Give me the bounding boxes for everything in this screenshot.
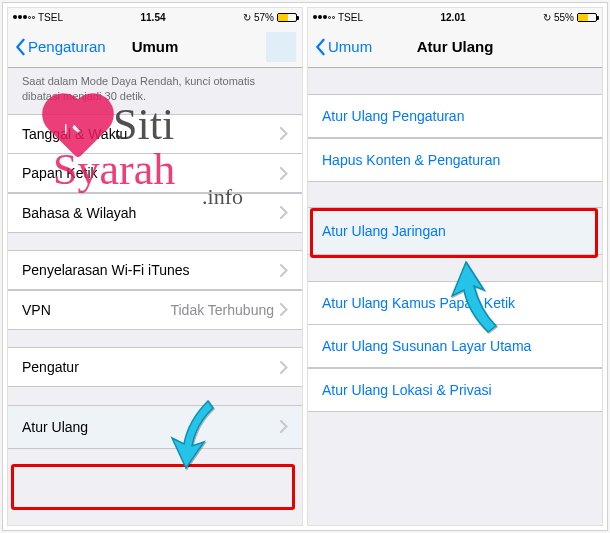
back-button[interactable]: Pengaturan (14, 38, 106, 56)
nav-placeholder (266, 32, 296, 62)
sync-icon: ↻ (543, 12, 551, 23)
highlight-box (11, 464, 295, 510)
row-language[interactable]: Bahasa & Wilayah (8, 193, 302, 233)
battery-icon (577, 13, 597, 22)
chevron-right-icon (280, 420, 288, 433)
chevron-right-icon (280, 206, 288, 219)
row-label: Pengatur (22, 359, 280, 375)
battery-icon (277, 13, 297, 22)
chevron-right-icon (280, 303, 288, 316)
chevron-left-icon (314, 38, 326, 56)
clock-label: 11.54 (140, 12, 165, 23)
clock-label: 12.01 (440, 12, 465, 23)
row-label: Atur Ulang Susunan Layar Utama (322, 338, 588, 354)
row-reset-location-privacy[interactable]: Atur Ulang Lokasi & Privasi (308, 368, 602, 412)
row-reset[interactable]: Atur Ulang (8, 405, 302, 449)
battery-pct-label: 55% (554, 12, 574, 23)
row-label: Atur Ulang (22, 419, 280, 435)
battery-pct-label: 57% (254, 12, 274, 23)
signal-dots-icon (13, 15, 35, 19)
row-label: Atur Ulang Jaringan (322, 223, 588, 239)
row-label: Papan Ketik (22, 165, 280, 181)
nav-bar: Pengaturan Umum (8, 26, 302, 68)
row-label: Bahasa & Wilayah (22, 205, 280, 221)
chevron-right-icon (280, 167, 288, 180)
screenshot-left: TSEL 11.54 ↻ 57% Pengaturan Umum Saat da… (7, 7, 303, 526)
row-erase-content[interactable]: Hapus Konten & Pengaturan (308, 138, 602, 182)
row-regulator[interactable]: Pengatur (8, 347, 302, 387)
back-button[interactable]: Umum (314, 38, 372, 56)
chevron-right-icon (280, 127, 288, 140)
row-reset-home-layout[interactable]: Atur Ulang Susunan Layar Utama (308, 324, 602, 368)
footer-note: Saat dalam Mode Daya Rendah, kunci otoma… (8, 68, 302, 114)
chevron-right-icon (280, 361, 288, 374)
row-label: Atur Ulang Pengaturan (322, 108, 588, 124)
carrier-label: TSEL (338, 12, 363, 23)
row-reset-dictionary[interactable]: Atur Ulang Kamus Papan Ketik (308, 281, 602, 325)
status-bar: TSEL 11.54 ↻ 57% (8, 8, 302, 26)
row-label: Atur Ulang Lokasi & Privasi (322, 382, 588, 398)
row-label: Penyelarasan Wi-Fi iTunes (22, 262, 280, 278)
status-bar: TSEL 12.01 ↻ 55% (308, 8, 602, 26)
row-value: Tidak Terhubung (170, 302, 274, 318)
row-keyboard[interactable]: Papan Ketik (8, 153, 302, 193)
carrier-label: TSEL (38, 12, 63, 23)
row-date-time[interactable]: Tanggal & Waktu (8, 114, 302, 154)
row-reset-network[interactable]: Atur Ulang Jaringan (308, 207, 602, 255)
chevron-left-icon (14, 38, 26, 56)
row-itunes-wifi[interactable]: Penyelarasan Wi-Fi iTunes (8, 250, 302, 290)
row-label: Hapus Konten & Pengaturan (322, 152, 588, 168)
row-reset-settings[interactable]: Atur Ulang Pengaturan (308, 94, 602, 138)
signal-dots-icon (313, 15, 335, 19)
nav-bar: Umum Atur Ulang (308, 26, 602, 68)
row-label: VPN (22, 302, 170, 318)
row-label: Atur Ulang Kamus Papan Ketik (322, 295, 588, 311)
row-vpn[interactable]: VPN Tidak Terhubung (8, 290, 302, 330)
row-label: Tanggal & Waktu (22, 126, 280, 142)
back-label: Pengaturan (28, 38, 106, 55)
screenshot-right: TSEL 12.01 ↻ 55% Umum Atur Ulang At (307, 7, 603, 526)
back-label: Umum (328, 38, 372, 55)
sync-icon: ↻ (243, 12, 251, 23)
chevron-right-icon (280, 264, 288, 277)
